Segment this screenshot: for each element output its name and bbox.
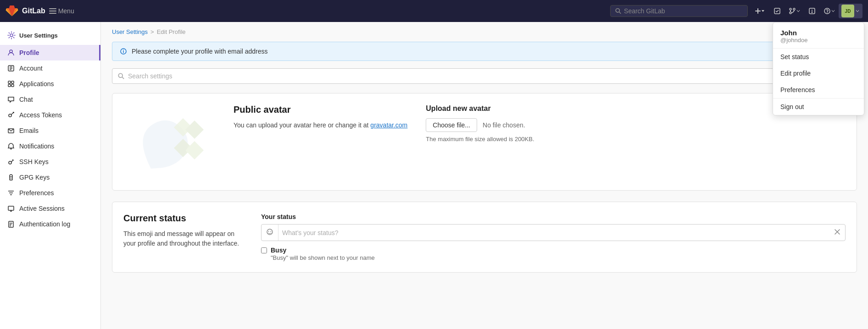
sidebar-item-access-tokens[interactable]: Access Tokens	[0, 107, 100, 123]
todo-button[interactable]	[769, 3, 785, 19]
close-icon	[834, 229, 840, 235]
svg-point-10	[790, 12, 791, 14]
user-avatar-button[interactable]: JD	[839, 4, 862, 18]
sidebar-item-ssh-keys[interactable]: SSH Keys	[0, 154, 100, 170]
issues-button[interactable]	[804, 3, 820, 19]
sidebar-item-notifications[interactable]: Notifications	[0, 138, 100, 154]
create-button[interactable]	[751, 3, 768, 19]
preferences-icon	[7, 189, 15, 197]
svg-point-27	[11, 178, 11, 179]
svg-rect-20	[11, 81, 14, 83]
merge-request-button[interactable]	[786, 3, 803, 19]
svg-rect-6	[755, 11, 761, 11]
status-input-area: Your status	[261, 213, 846, 261]
busy-checkbox[interactable]	[261, 247, 267, 253]
gravatar-link[interactable]: gravatar.com	[370, 121, 407, 129]
set-status-item[interactable]: Set status	[773, 49, 864, 65]
main-content: User Settings > Edit Profile Please comp…	[101, 22, 868, 329]
sidebar-item-gpg-keys[interactable]: GPG Keys	[0, 170, 100, 185]
chevron-down-icon	[761, 9, 765, 13]
todo-icon	[773, 7, 781, 15]
sidebar-item-profile[interactable]: Profile	[0, 45, 100, 60]
user-dropdown-menu: John @johndoe Set status Edit profile Pr…	[773, 22, 864, 115]
account-icon	[7, 65, 15, 72]
merge-request-icon	[789, 7, 796, 15]
global-search[interactable]	[610, 5, 748, 17]
svg-point-17	[10, 50, 12, 53]
edit-profile-item[interactable]: Edit profile	[773, 65, 864, 82]
user-chevron-icon	[855, 9, 860, 13]
hamburger-menu[interactable]: Menu	[49, 7, 74, 15]
gpg-keys-icon	[7, 174, 15, 181]
busy-checkbox-row: Busy "Busy" will be shown next to your n…	[261, 247, 846, 261]
dropdown-username-display: John	[780, 29, 857, 37]
svg-rect-28	[8, 206, 14, 210]
status-section-title: Current status	[123, 213, 243, 224]
svg-point-32	[123, 49, 124, 50]
sidebar: User Settings Profile Account Applicatio…	[0, 22, 101, 329]
sidebar-item-auth-log[interactable]: Authentication log	[0, 216, 100, 232]
breadcrumb-parent[interactable]: User Settings	[112, 28, 148, 35]
preferences-item[interactable]: Preferences	[773, 82, 864, 98]
busy-label[interactable]: Busy	[271, 247, 286, 254]
svg-point-9	[793, 8, 795, 10]
sidebar-item-applications[interactable]: Applications	[0, 76, 100, 92]
help-button[interactable]	[821, 3, 838, 19]
current-status-section: Current status This emoji and message wi…	[112, 202, 857, 273]
breadcrumb-current: Edit Profile	[157, 28, 186, 35]
sidebar-item-chat[interactable]: Chat	[0, 92, 100, 107]
search-settings-icon	[118, 73, 124, 79]
svg-point-33	[118, 73, 122, 77]
top-navigation: GitLab Menu	[0, 0, 868, 22]
svg-point-15	[827, 12, 828, 13]
file-chosen-label: No file chosen.	[483, 121, 525, 129]
status-text-input[interactable]	[278, 225, 829, 240]
sidebar-item-account[interactable]: Account	[0, 60, 100, 76]
breadcrumb-separator: >	[150, 28, 154, 35]
status-section-desc: This emoji and message will appear on yo…	[123, 229, 243, 248]
avatar-watermark	[123, 104, 215, 178]
search-settings-wrap	[112, 68, 857, 84]
avatar-section: Public avatar You can upload your avatar…	[112, 93, 857, 191]
avatar-section-desc: You can upload your avatar here or chang…	[234, 121, 407, 130]
sign-out-item[interactable]: Sign out	[773, 99, 864, 115]
sidebar-item-preferences[interactable]: Preferences	[0, 185, 100, 201]
status-section-inner: Current status This emoji and message wi…	[123, 213, 846, 261]
gitlab-logo[interactable]: GitLab	[6, 5, 45, 17]
active-sessions-icon	[7, 205, 15, 212]
dropdown-handle: @johndoe	[780, 37, 857, 44]
hamburger-icon	[49, 7, 56, 15]
gitlab-logo-icon	[6, 5, 18, 17]
sidebar-title: User Settings	[0, 27, 100, 45]
emoji-picker-button[interactable]	[262, 225, 278, 241]
settings-search-input[interactable]	[128, 72, 851, 80]
clear-status-button[interactable]	[829, 225, 845, 240]
status-input-wrap	[261, 224, 846, 241]
choose-file-button[interactable]: Choose file...	[426, 118, 477, 132]
avatar-text-info: Public avatar You can upload your avatar…	[234, 104, 407, 130]
svg-rect-21	[8, 84, 11, 87]
status-input-label: Your status	[261, 213, 846, 220]
status-description: Current status This emoji and message wi…	[123, 213, 243, 248]
svg-rect-1	[49, 11, 56, 11]
sidebar-item-active-sessions[interactable]: Active Sessions	[0, 201, 100, 216]
settings-search-box[interactable]	[112, 68, 857, 84]
search-icon	[615, 8, 621, 14]
user-avatar: JD	[841, 5, 854, 17]
sidebar-item-emails[interactable]: Emails	[0, 123, 100, 138]
svg-rect-19	[8, 81, 11, 83]
svg-point-40	[268, 231, 269, 232]
issues-icon	[808, 7, 816, 15]
busy-sublabel: "Busy" will be shown next to your name	[271, 254, 375, 261]
svg-point-23	[9, 114, 11, 117]
avatar-preview-area	[123, 104, 215, 179]
svg-rect-22	[11, 84, 14, 87]
svg-line-34	[122, 77, 124, 79]
page-layout: User Settings Profile Account Applicatio…	[0, 22, 868, 329]
help-icon	[823, 7, 831, 15]
notifications-icon	[7, 143, 15, 150]
search-input[interactable]	[624, 7, 743, 15]
file-chooser: Choose file... No file chosen.	[426, 118, 846, 132]
breadcrumb: User Settings > Edit Profile	[101, 22, 868, 42]
info-icon	[120, 48, 127, 55]
